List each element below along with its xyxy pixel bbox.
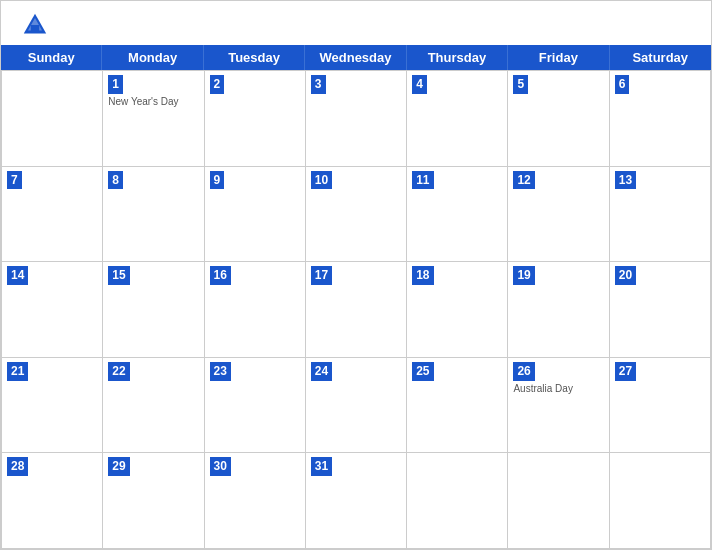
cell-number: 26 xyxy=(513,362,534,381)
calendar-cell: 30 xyxy=(205,453,306,549)
cell-number: 12 xyxy=(513,171,534,190)
calendar-cell: 14 xyxy=(2,262,103,358)
calendar-cell: 19 xyxy=(508,262,609,358)
calendar-cell: 23 xyxy=(205,358,306,454)
cell-number: 14 xyxy=(7,266,28,285)
cell-number: 7 xyxy=(7,171,22,190)
cell-number: 19 xyxy=(513,266,534,285)
cell-number: 11 xyxy=(412,171,433,190)
day-header-wednesday: Wednesday xyxy=(305,45,406,70)
cell-number: 20 xyxy=(615,266,636,285)
cell-number: 30 xyxy=(210,457,231,476)
calendar-cell: 3 xyxy=(306,71,407,167)
cell-number: 24 xyxy=(311,362,332,381)
calendar-cell: 22 xyxy=(103,358,204,454)
cell-number: 15 xyxy=(108,266,129,285)
day-header-friday: Friday xyxy=(508,45,609,70)
cell-number: 25 xyxy=(412,362,433,381)
day-header-thursday: Thursday xyxy=(407,45,508,70)
cell-number: 29 xyxy=(108,457,129,476)
cell-number: 5 xyxy=(513,75,528,94)
calendar-cell: 25 xyxy=(407,358,508,454)
calendar-cell: 27 xyxy=(610,358,711,454)
calendar-cell: 1New Year's Day xyxy=(103,71,204,167)
cell-number: 8 xyxy=(108,171,123,190)
calendar-cell: 29 xyxy=(103,453,204,549)
cell-number: 16 xyxy=(210,266,231,285)
cell-number: 27 xyxy=(615,362,636,381)
day-header-sunday: Sunday xyxy=(1,45,102,70)
cell-number: 21 xyxy=(7,362,28,381)
cell-number: 2 xyxy=(210,75,225,94)
logo-icon xyxy=(21,11,49,39)
calendar-cell: 21 xyxy=(2,358,103,454)
cell-number: 9 xyxy=(210,171,225,190)
cell-number: 6 xyxy=(615,75,630,94)
calendar-cell: 5 xyxy=(508,71,609,167)
calendar-cell: 11 xyxy=(407,167,508,263)
calendar-cell xyxy=(407,453,508,549)
calendar-cell: 7 xyxy=(2,167,103,263)
calendar-cell: 2 xyxy=(205,71,306,167)
calendar-cell: 6 xyxy=(610,71,711,167)
calendar-cell: 24 xyxy=(306,358,407,454)
calendar-cell: 20 xyxy=(610,262,711,358)
cell-number: 13 xyxy=(615,171,636,190)
calendar-cell xyxy=(2,71,103,167)
calendar-cell xyxy=(610,453,711,549)
calendar-cell: 16 xyxy=(205,262,306,358)
cell-number: 3 xyxy=(311,75,326,94)
svg-rect-2 xyxy=(31,25,39,32)
day-header-saturday: Saturday xyxy=(610,45,711,70)
cell-number: 31 xyxy=(311,457,332,476)
calendar-cell: 9 xyxy=(205,167,306,263)
calendar-cell: 8 xyxy=(103,167,204,263)
calendar-cell: 4 xyxy=(407,71,508,167)
calendar-container: Sunday Monday Tuesday Wednesday Thursday… xyxy=(0,0,712,550)
logo xyxy=(21,11,53,39)
cell-number: 1 xyxy=(108,75,123,94)
cell-number: 28 xyxy=(7,457,28,476)
day-headers-row: Sunday Monday Tuesday Wednesday Thursday… xyxy=(1,45,711,70)
cell-number: 4 xyxy=(412,75,427,94)
cell-number: 18 xyxy=(412,266,433,285)
calendar-cell: 18 xyxy=(407,262,508,358)
calendar-cell: 13 xyxy=(610,167,711,263)
calendar-grid: 1New Year's Day2345678910111213141516171… xyxy=(1,70,711,549)
calendar-cell: 10 xyxy=(306,167,407,263)
calendar-header xyxy=(1,1,711,45)
calendar-cell: 12 xyxy=(508,167,609,263)
cell-number: 17 xyxy=(311,266,332,285)
holiday-label: Australia Day xyxy=(513,383,603,394)
calendar-cell xyxy=(508,453,609,549)
calendar-cell: 28 xyxy=(2,453,103,549)
cell-number: 10 xyxy=(311,171,332,190)
calendar-cell: 31 xyxy=(306,453,407,549)
holiday-label: New Year's Day xyxy=(108,96,198,107)
day-header-monday: Monday xyxy=(102,45,203,70)
calendar-cell: 26Australia Day xyxy=(508,358,609,454)
cell-number: 23 xyxy=(210,362,231,381)
day-header-tuesday: Tuesday xyxy=(204,45,305,70)
calendar-cell: 15 xyxy=(103,262,204,358)
cell-number: 22 xyxy=(108,362,129,381)
calendar-cell: 17 xyxy=(306,262,407,358)
